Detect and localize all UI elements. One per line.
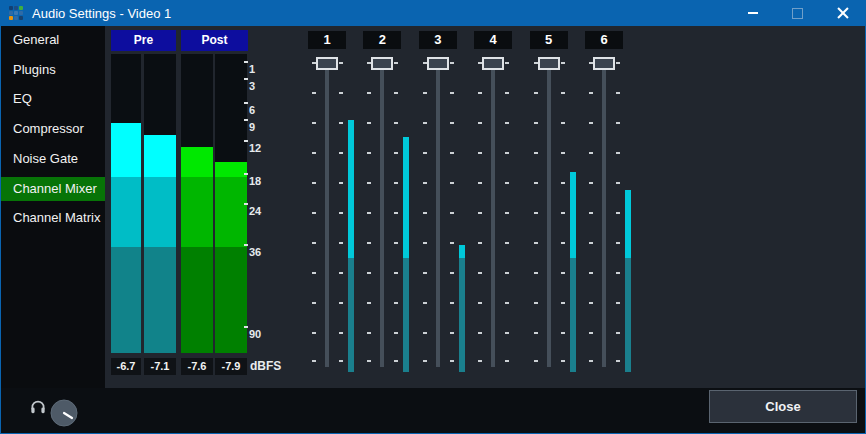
slider-tick xyxy=(394,182,398,184)
maximize-button[interactable] xyxy=(775,0,820,26)
slider-tick xyxy=(367,332,371,334)
channel-6-slider-track[interactable] xyxy=(602,58,606,367)
channel-2-slider-track[interactable] xyxy=(380,58,384,367)
slider-tick xyxy=(312,212,316,214)
close-icon xyxy=(836,6,850,20)
slider-tick xyxy=(312,360,316,362)
scale-tick xyxy=(244,326,248,328)
headphones-icon xyxy=(29,398,47,415)
app-icon xyxy=(9,6,24,21)
close-button[interactable]: Close xyxy=(709,390,857,423)
slider-tick xyxy=(561,212,565,214)
channel-5-slider-track[interactable] xyxy=(547,58,551,367)
post-meter-value-right: -7.9 xyxy=(215,358,247,375)
channel-2-meter xyxy=(403,137,409,372)
pre-meter-level xyxy=(144,135,176,353)
scale-tick xyxy=(244,78,248,80)
slider-tick xyxy=(561,152,565,154)
slider-tick xyxy=(589,332,593,334)
channel-6-header: 6 xyxy=(585,31,623,49)
slider-tick xyxy=(589,122,593,124)
scale-tick xyxy=(244,61,248,63)
slider-tick xyxy=(450,332,454,334)
slider-tick xyxy=(312,122,316,124)
slider-tick xyxy=(616,122,620,124)
slider-tick xyxy=(312,242,316,244)
slider-tick xyxy=(534,212,538,214)
titlebar: Audio Settings - Video 1 xyxy=(1,0,865,26)
sidebar-item-channel-mixer[interactable]: Channel Mixer xyxy=(1,177,105,201)
channel-3-slider-track[interactable] xyxy=(436,58,440,367)
slider-tick xyxy=(423,212,427,214)
sidebar-item-plugins[interactable]: Plugins xyxy=(1,58,105,82)
slider-tick xyxy=(339,152,343,154)
slider-tick xyxy=(367,302,371,304)
slider-tick xyxy=(534,272,538,274)
slider-tick xyxy=(312,302,316,304)
slider-tick xyxy=(589,182,593,184)
scale-label: 3 xyxy=(249,78,255,94)
scale-tick xyxy=(244,140,248,142)
channel-2-slider-handle[interactable] xyxy=(371,57,393,70)
channel-1-slider-handle[interactable] xyxy=(316,57,338,70)
slider-tick xyxy=(561,182,565,184)
window-title: Audio Settings - Video 1 xyxy=(32,6,171,21)
slider-tick xyxy=(561,62,565,64)
scale-label: 24 xyxy=(249,203,261,219)
window-controls xyxy=(730,0,865,26)
slider-tick xyxy=(561,360,565,362)
slider-tick xyxy=(616,62,620,64)
slider-tick xyxy=(561,332,565,334)
channel-3-slider-handle[interactable] xyxy=(427,57,449,70)
slider-tick xyxy=(423,332,427,334)
slider-tick xyxy=(534,182,538,184)
scale-tick xyxy=(244,119,248,121)
post-meter-level xyxy=(181,147,213,353)
slider-tick xyxy=(450,152,454,154)
sidebar-item-general[interactable]: General xyxy=(1,28,105,52)
slider-tick xyxy=(394,332,398,334)
app-icon-square xyxy=(9,16,13,20)
slider-tick xyxy=(534,122,538,124)
slider-tick xyxy=(450,360,454,362)
slider-tick xyxy=(312,152,316,154)
slider-tick xyxy=(616,332,620,334)
channel-5-meter xyxy=(570,172,576,372)
slider-tick xyxy=(478,92,482,94)
sidebar-item-eq[interactable]: EQ xyxy=(1,87,105,111)
headphone-volume-knob[interactable] xyxy=(50,399,78,427)
slider-tick xyxy=(616,212,620,214)
channel-5-slider-handle[interactable] xyxy=(538,57,560,70)
slider-tick xyxy=(561,92,565,94)
slider-tick xyxy=(478,360,482,362)
channel-4-slider-track[interactable] xyxy=(491,58,495,367)
pre-meter-level xyxy=(111,123,141,353)
channel-6-meter xyxy=(625,190,631,372)
close-window-button[interactable] xyxy=(820,0,865,26)
pre-meter-value-right: -7.1 xyxy=(144,358,176,375)
sidebar-item-noise-gate[interactable]: Noise Gate xyxy=(1,147,105,171)
slider-tick xyxy=(561,302,565,304)
channel-4-slider-handle[interactable] xyxy=(482,57,504,70)
maximize-icon xyxy=(792,8,803,19)
slider-tick xyxy=(561,272,565,274)
slider-tick xyxy=(589,360,593,362)
slider-tick xyxy=(561,122,565,124)
channel-3-header: 3 xyxy=(419,31,457,49)
minimize-button[interactable] xyxy=(730,0,775,26)
slider-tick xyxy=(450,92,454,94)
scale-label: 18 xyxy=(249,173,261,189)
app-icon-square xyxy=(14,16,18,20)
slider-tick xyxy=(450,272,454,274)
slider-tick xyxy=(505,122,509,124)
slider-tick xyxy=(505,332,509,334)
channel-6-slider-handle[interactable] xyxy=(593,57,615,70)
sidebar-item-compressor[interactable]: Compressor xyxy=(1,117,105,141)
slider-tick xyxy=(616,152,620,154)
slider-tick xyxy=(339,122,343,124)
sidebar-item-channel-matrix[interactable]: Channel Matrix xyxy=(1,206,105,230)
slider-tick xyxy=(478,212,482,214)
post-bus-header: Post xyxy=(181,30,248,51)
settings-sidebar: GeneralPluginsEQCompressorNoise GateChan… xyxy=(1,26,105,433)
channel-1-slider-track[interactable] xyxy=(325,58,329,367)
